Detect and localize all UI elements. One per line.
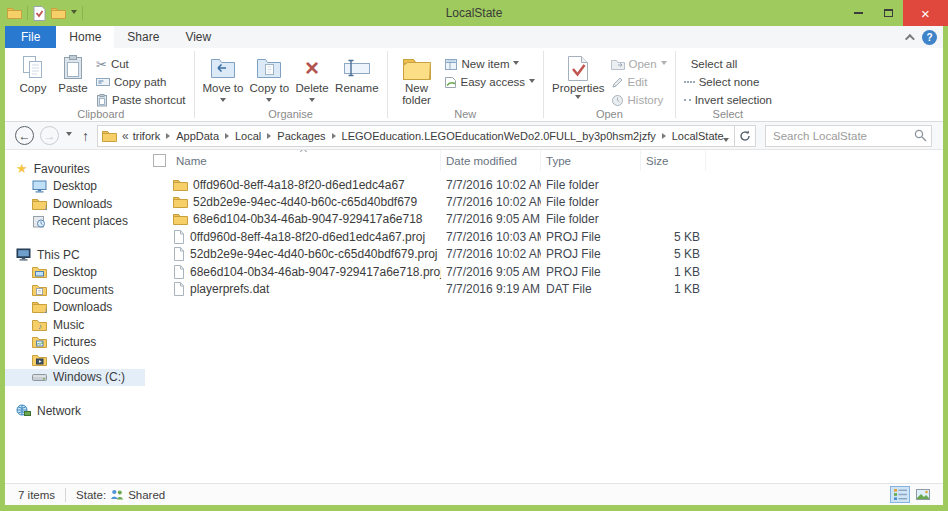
sidebar-item-windows-c[interactable]: Windows (C:) <box>5 369 145 387</box>
open-button[interactable]: Open <box>608 55 670 73</box>
sidebar-item-videos[interactable]: Videos <box>5 351 145 369</box>
file-row[interactable]: playerprefs.dat 7/7/2016 9:19 AM DAT Fil… <box>145 280 943 297</box>
copy-icon <box>21 54 45 82</box>
minimize-button[interactable] <box>843 0 873 26</box>
refresh-button[interactable] <box>735 125 756 147</box>
details-view-button[interactable] <box>890 486 910 503</box>
new-folder-button[interactable]: New folder <box>393 52 441 108</box>
close-button[interactable] <box>903 0 948 26</box>
breadcrumb-separator[interactable] <box>332 133 336 139</box>
easy-access-button[interactable]: Easy access <box>441 73 539 91</box>
file-type: PROJ File <box>541 247 641 261</box>
new-item-caret <box>513 61 519 68</box>
help-icon[interactable] <box>922 30 937 45</box>
select-none-button[interactable]: Select none <box>681 73 775 91</box>
search-input[interactable] <box>765 125 932 147</box>
sidebar-item-music[interactable]: ♪ Music <box>5 316 145 334</box>
file-row[interactable]: 52db2e9e-94ec-4d40-b60c-c65d40bdf679 7/7… <box>145 193 943 210</box>
cut-button[interactable]: ✂ Cut <box>93 55 189 73</box>
select-all-button[interactable]: Select all <box>681 55 775 73</box>
tab-share[interactable]: Share <box>114 26 172 48</box>
breadcrumb-segment[interactable]: LocalState <box>670 130 726 142</box>
easy-access-icon <box>444 76 457 89</box>
explorer-window: LocalState File Home Share View <box>0 0 948 511</box>
breadcrumb-segment[interactable]: Local <box>233 130 263 142</box>
sidebar-group-network[interactable]: Network <box>5 402 145 420</box>
ribbon-separator <box>387 51 388 118</box>
select-all-checkbox[interactable] <box>145 150 171 171</box>
column-header-type[interactable]: Type <box>541 150 641 171</box>
forward-button[interactable]: → <box>40 126 59 145</box>
thumbnail-view-button[interactable] <box>913 486 933 503</box>
minimize-ribbon-icon[interactable] <box>905 33 915 43</box>
ribbon-separator <box>675 51 676 118</box>
breadcrumb-separator[interactable] <box>225 133 229 139</box>
file-date: 7/7/2016 10:02 AM <box>441 247 541 261</box>
downloads-folder-icon: ↓ <box>32 198 47 210</box>
file-name: 68e6d104-0b34-46ab-9047-929417a6e718.pro… <box>190 265 441 279</box>
sidebar-item-documents[interactable]: Documents <box>5 281 145 299</box>
new-item-button[interactable]: New item <box>441 55 539 73</box>
breadcrumb-separator[interactable] <box>166 133 170 139</box>
file-row[interactable]: 52db2e9e-94ec-4d40-b60c-c65d40bdf679.pro… <box>145 246 943 263</box>
paste-button[interactable]: Paste <box>53 52 93 96</box>
sidebar-item-pictures[interactable]: Pictures <box>5 334 145 352</box>
invert-selection-icon <box>684 99 691 101</box>
breadcrumb-separator[interactable] <box>267 133 271 139</box>
qat-customize-caret[interactable] <box>71 10 77 17</box>
window-controls <box>843 0 948 26</box>
sidebar-item-recent-places[interactable]: Recent places <box>5 213 145 231</box>
column-header-date-modified[interactable]: Date modified <box>441 150 541 171</box>
copy-path-button[interactable]: Copy path <box>93 73 189 91</box>
sidebar-item-desktop[interactable]: Desktop <box>5 178 145 196</box>
maximize-button[interactable] <box>873 0 903 26</box>
delete-button[interactable]: × Delete <box>292 52 332 107</box>
qat-properties-icon[interactable] <box>33 6 46 21</box>
group-label-select: Select <box>677 108 779 120</box>
window-title: LocalState <box>0 6 948 20</box>
tab-view[interactable]: View <box>172 26 224 48</box>
invert-selection-button[interactable]: Invert selection <box>681 91 775 109</box>
tab-file[interactable]: File <box>5 26 56 48</box>
paste-shortcut-button[interactable]: Paste shortcut <box>93 91 189 109</box>
sidebar-group-favourites[interactable]: ★ Favourites <box>5 160 145 178</box>
explorer-app-icon[interactable] <box>7 7 22 19</box>
column-header-name[interactable]: Name <box>171 150 441 171</box>
qat-new-folder-icon[interactable] <box>51 7 66 19</box>
cut-icon: ✂ <box>96 58 107 71</box>
move-to-button[interactable]: Move to <box>200 52 247 107</box>
breadcrumb-separator[interactable] <box>662 133 666 139</box>
sidebar-item-pc-downloads[interactable]: ↓ Downloads <box>5 299 145 317</box>
up-button[interactable]: ↑ <box>82 128 89 144</box>
file-size: 1 KB <box>641 265 706 279</box>
breadcrumb-overflow-chevrons[interactable]: « <box>119 129 131 143</box>
copy-to-button[interactable]: Copy to <box>246 52 292 107</box>
breadcrumb-segment[interactable]: Packages <box>275 130 327 142</box>
file-row[interactable]: 0ffd960d-8eff-4a18-8f20-d6ed1edc4a67.pro… <box>145 228 943 245</box>
edit-button[interactable]: Edit <box>608 73 670 91</box>
sidebar-group-this-pc[interactable]: This PC <box>5 246 145 264</box>
history-button[interactable]: History <box>608 91 670 109</box>
breadcrumb-segment[interactable]: trifork <box>131 130 163 142</box>
breadcrumb-segment[interactable]: LEGOEducation.LEGOEducationWeDo2.0FULL_b… <box>340 130 658 142</box>
breadcrumb[interactable]: « trifork AppData Local Packages LEGOEdu… <box>97 125 735 147</box>
sidebar-item-downloads[interactable]: ↓ Downloads <box>5 195 145 213</box>
address-dropdown-caret[interactable] <box>723 138 729 145</box>
recent-locations-caret[interactable] <box>66 132 72 139</box>
group-label-open: Open <box>545 108 674 120</box>
easy-access-caret <box>529 79 535 86</box>
properties-button[interactable]: Properties <box>549 52 607 104</box>
file-name: 0ffd960d-8eff-4a18-8f20-d6ed1edc4a67 <box>193 178 405 192</box>
copy-button[interactable]: Copy <box>13 52 53 96</box>
column-header-size[interactable]: Size <box>641 150 706 171</box>
ribbon-group-select: Select all Select none Invert selection … <box>677 48 779 121</box>
sidebar-item-pc-desktop[interactable]: Desktop <box>5 264 145 282</box>
breadcrumb-segment[interactable]: AppData <box>174 130 221 142</box>
tab-home[interactable]: Home <box>56 26 114 48</box>
rename-button[interactable]: Rename <box>332 52 381 96</box>
file-row[interactable]: 0ffd960d-8eff-4a18-8f20-d6ed1edc4a67 7/7… <box>145 176 943 193</box>
file-row[interactable]: 68e6d104-0b34-46ab-9047-929417a6e718.pro… <box>145 263 943 280</box>
back-button[interactable]: ← <box>15 126 34 145</box>
state-label: State: <box>76 489 106 501</box>
file-row[interactable]: 68e6d104-0b34-46ab-9047-929417a6e718 7/7… <box>145 211 943 228</box>
